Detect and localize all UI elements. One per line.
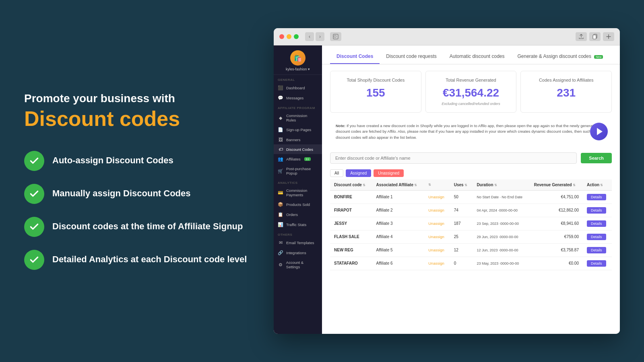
table-row: STATAFARO Affiliate 6 Unassign 0 23 May,… <box>330 257 612 270</box>
sidebar-item-email-templates[interactable]: ✉ Email Templates <box>274 238 322 248</box>
cell-unassign-4[interactable]: Unassign <box>424 243 450 257</box>
products-sold-icon: 📦 <box>278 202 283 207</box>
cell-unassign-2[interactable]: Unassign <box>424 217 450 230</box>
share-button[interactable] <box>576 32 587 41</box>
cell-action-1[interactable]: Details <box>583 204 612 217</box>
sidebar-item-traffic-stats[interactable]: 📊 Traffic Stats <box>274 220 322 230</box>
stat-value-revenue: €31,564.22 <box>432 86 510 99</box>
discount-codes-icon: 🏷 <box>278 147 283 152</box>
feature-text-3: Discount codes at the time of Affiliate … <box>52 221 243 232</box>
sidebar-item-orders[interactable]: 📋 Orders <box>274 210 322 220</box>
stat-value-total-codes: 155 <box>337 86 415 99</box>
cell-code-2: JESSY <box>330 217 372 230</box>
sidebar-item-products-sold[interactable]: 📦 Products Sold <box>274 200 322 210</box>
cell-unassign-1[interactable]: Unassign <box>424 204 450 217</box>
filter-unassigned[interactable]: Unassigned <box>374 169 404 177</box>
tab-generate-assign[interactable]: Generate & Assign discount codes New <box>511 51 610 64</box>
sidebar-item-messages[interactable]: 💬 Messages <box>274 93 322 103</box>
new-badge: New <box>594 55 603 59</box>
search-input[interactable] <box>330 152 577 164</box>
table-body: BONFIRE Affiliate 1 Unassign 50 No Start… <box>330 190 612 270</box>
cell-uses-3: 25 <box>450 230 473 243</box>
post-purchase-label: Post-purchase Popup <box>286 167 318 175</box>
search-row: Search <box>322 149 620 167</box>
messages-icon: 💬 <box>278 95 283 101</box>
stat-label-revenue: Total Revenue Generated <box>432 78 510 82</box>
feature-text-4: Detailed Analytics at each Discount code… <box>52 254 247 265</box>
forward-button[interactable]: › <box>316 32 324 41</box>
sidebar-item-signup-pages[interactable]: 📄 Sign-up Pages <box>274 125 322 135</box>
red-dot[interactable] <box>279 34 284 39</box>
sidebar-item-discount-codes[interactable]: 🏷 Discount Codes <box>274 144 322 154</box>
col-uses: Uses <box>450 179 473 191</box>
cell-affiliate-2: Affiliate 3 <box>372 217 425 230</box>
table-row: BONFIRE Affiliate 1 Unassign 50 No Start… <box>330 190 612 204</box>
commission-rules-icon: ◆ <box>278 115 283 121</box>
integrations-label: Integrations <box>286 251 306 255</box>
tab-discount-code-requests[interactable]: Discount code requests <box>380 51 443 64</box>
duplicate-button[interactable] <box>589 32 601 41</box>
back-button[interactable]: ‹ <box>305 32 314 41</box>
col-revenue: Revenue Generated <box>530 179 583 191</box>
affiliates-badge: 11 <box>304 157 311 161</box>
col-discount-code: Discount code <box>330 179 372 191</box>
subtitle: Promote your business with <box>24 92 258 105</box>
sidebar-item-commission-rules[interactable]: ◆ Commission Rules <box>274 111 322 125</box>
tab-automatic-discount-codes[interactable]: Automatic discount codes <box>443 51 511 64</box>
browser-actions <box>576 32 614 41</box>
signup-pages-icon: 📄 <box>278 127 283 132</box>
cell-action-3[interactable]: Details <box>583 230 612 243</box>
green-dot[interactable] <box>294 34 299 39</box>
svg-rect-3 <box>593 35 596 39</box>
stat-label-assigned: Codes Assigned to Affiliates <box>527 78 605 82</box>
cell-uses-0: 50 <box>450 190 473 204</box>
traffic-stats-label: Traffic Stats <box>286 222 306 227</box>
cell-revenue-5: €0.00 <box>530 257 583 270</box>
play-button[interactable] <box>590 123 608 140</box>
search-button[interactable]: Search <box>581 153 612 163</box>
yellow-dot[interactable] <box>287 34 291 39</box>
sidebar-item-dashboard[interactable]: ⬛ Dashboard <box>274 83 322 93</box>
cell-action-4[interactable]: Details <box>583 243 612 257</box>
sidebar-item-settings[interactable]: ⚙ Account & Settings <box>274 258 322 272</box>
cell-unassign-5[interactable]: Unassign <box>424 257 450 270</box>
note-content: If you have created a new discount code … <box>336 123 598 140</box>
cell-unassign-3[interactable]: Unassign <box>424 230 450 243</box>
table-row: JESSY Affiliate 3 Unassign 187 23 Sep, 2… <box>330 217 612 230</box>
feature-item-1: Auto-assign Discount Codes <box>24 151 258 171</box>
left-panel: Promote your business with Discount code… <box>24 92 258 269</box>
sidebar-item-post-purchase[interactable]: 🛒 Post-purchase Popup <box>274 164 322 178</box>
sidebar-item-affiliates[interactable]: 👥 Affiliates 11 <box>274 154 322 164</box>
cell-duration-0: No Start Date · No End Date <box>473 190 530 204</box>
cell-revenue-3: €759.00 <box>530 230 583 243</box>
note-bold: Note: <box>336 123 345 128</box>
cell-duration-4: 12 Jun, 2023 ·0000-00-00 <box>473 243 530 257</box>
dashboard-label: Dashboard <box>286 86 305 90</box>
table-row: NEW REG Affiliate 5 Unassign 12 12 Jun, … <box>330 243 612 257</box>
tab-discount-codes[interactable]: Discount Codes <box>330 51 380 64</box>
commission-rules-label: Commission Rules <box>286 113 318 122</box>
check-icon-1 <box>24 151 44 171</box>
logo-icon: 🛍️ <box>290 50 305 66</box>
sidebar-item-banners[interactable]: 🖼 Banners <box>274 135 322 144</box>
cell-unassign-0[interactable]: Unassign <box>424 190 450 204</box>
cell-action-0[interactable]: Details <box>583 190 612 204</box>
cell-code-1: FIRAPOT <box>330 204 372 217</box>
sidebar-item-commission-payments[interactable]: 💳 Commission Payments <box>274 186 322 200</box>
filter-all[interactable]: All <box>330 169 343 177</box>
stat-value-assigned: 231 <box>527 86 605 99</box>
filter-assigned[interactable]: Assigned <box>346 169 371 177</box>
sidebar-item-integrations[interactable]: 🔗 Integrations <box>274 248 322 258</box>
cell-action-5[interactable]: Details <box>583 257 612 270</box>
tab-button[interactable] <box>330 32 341 41</box>
cell-duration-1: 04 Apr, 2024 ·0000-00-00 <box>473 204 530 217</box>
discount-codes-label: Discount Codes <box>286 147 313 152</box>
store-name[interactable]: kyles-fashion ▾ <box>286 67 310 71</box>
cell-action-2[interactable]: Details <box>583 217 612 230</box>
email-templates-label: Email Templates <box>286 241 314 245</box>
svg-rect-1 <box>334 35 336 37</box>
settings-label: Account & Settings <box>286 260 318 269</box>
commission-payments-label: Commission Payments <box>286 188 318 197</box>
add-button[interactable] <box>603 32 614 41</box>
sidebar-logo: 🛍️ kyles-fashion ▾ <box>274 45 322 75</box>
